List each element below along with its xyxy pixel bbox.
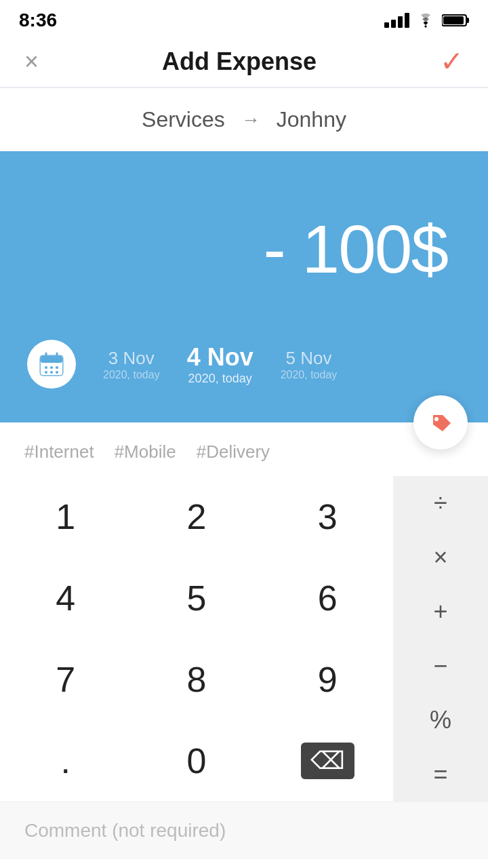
date-next[interactable]: 5 Nov 2020, today: [267, 348, 351, 381]
key-6[interactable]: 6: [262, 557, 393, 639]
tag-button[interactable]: [413, 395, 468, 450]
key-dot[interactable]: .: [0, 720, 131, 802]
date-prev[interactable]: 3 Nov 2020, today: [89, 348, 174, 381]
svg-point-12: [45, 371, 47, 374]
tag-internet[interactable]: #Internet: [24, 441, 94, 462]
date-strip: 3 Nov 2020, today 4 Nov 2020, today 5 No…: [27, 340, 461, 402]
svg-point-10: [50, 366, 53, 369]
svg-point-9: [45, 366, 47, 369]
amount-display: - 100$: [27, 185, 461, 313]
key-4[interactable]: 4: [0, 557, 131, 639]
wifi-icon: [416, 13, 435, 28]
date-current[interactable]: 4 Nov 2020, today: [174, 343, 267, 386]
calendar-icon[interactable]: [27, 340, 76, 389]
key-5[interactable]: 5: [131, 557, 262, 639]
key-0[interactable]: 0: [131, 720, 262, 802]
close-button[interactable]: ×: [24, 50, 39, 74]
comment-placeholder: Comment (not required): [24, 820, 226, 841]
svg-rect-1: [466, 18, 469, 23]
svg-point-13: [50, 371, 53, 374]
transfer-bar: Services → Jonhny: [0, 88, 488, 151]
status-bar: 8:36: [0, 0, 488, 37]
keypad-ops: ÷ × + − % =: [393, 476, 488, 802]
keypad: 1 2 3 4 5 6 7 8 9 . 0 ⌫ ÷ × + − % =: [0, 476, 488, 802]
status-icons: [384, 13, 469, 28]
header: × Add Expense ✓: [0, 37, 488, 87]
svg-rect-2: [443, 16, 464, 24]
page-title: Add Expense: [162, 47, 317, 76]
svg-point-14: [56, 371, 58, 374]
transfer-to[interactable]: Jonhny: [277, 107, 346, 132]
key-backspace[interactable]: ⌫: [262, 720, 393, 802]
comment-bar[interactable]: Comment (not required): [0, 802, 488, 859]
key-add[interactable]: +: [393, 585, 488, 639]
svg-point-15: [434, 417, 439, 421]
amount-value: - 100$: [263, 210, 447, 288]
transfer-from[interactable]: Services: [142, 107, 225, 132]
key-2[interactable]: 2: [131, 476, 262, 557]
svg-point-11: [56, 366, 58, 369]
svg-rect-6: [41, 356, 62, 363]
confirm-button[interactable]: ✓: [440, 47, 464, 76]
key-9[interactable]: 9: [262, 639, 393, 720]
key-1[interactable]: 1: [0, 476, 131, 557]
signal-icon: [384, 13, 409, 28]
transfer-arrow: →: [241, 109, 260, 131]
key-equals[interactable]: =: [393, 747, 488, 802]
tag-mobile[interactable]: #Mobile: [115, 441, 176, 462]
tag-delivery[interactable]: #Delivery: [197, 441, 270, 462]
key-divide[interactable]: ÷: [393, 476, 488, 530]
key-8[interactable]: 8: [131, 639, 262, 720]
keypad-main: 1 2 3 4 5 6 7 8 9 . 0 ⌫: [0, 476, 393, 802]
amount-area: - 100$ 3 Nov 2020, today: [0, 151, 488, 422]
status-time: 8:36: [19, 9, 57, 31]
backspace-icon: ⌫: [301, 743, 354, 779]
key-percent[interactable]: %: [393, 693, 488, 747]
key-7[interactable]: 7: [0, 639, 131, 720]
battery-icon: [442, 13, 469, 28]
key-subtract[interactable]: −: [393, 639, 488, 693]
key-multiply[interactable]: ×: [393, 530, 488, 585]
key-3[interactable]: 3: [262, 476, 393, 557]
